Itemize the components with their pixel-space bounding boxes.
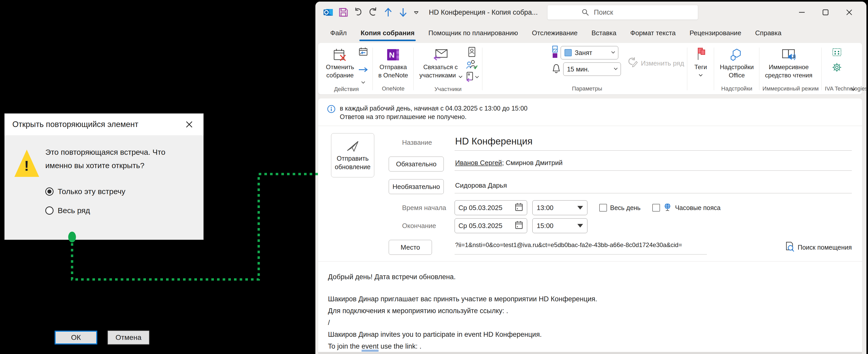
end-date-picker[interactable]: Ср 05.03.2025: [455, 218, 527, 233]
office-addins-button[interactable]: НадстройкиOffice: [717, 45, 756, 80]
iva-settings-icon[interactable]: [832, 62, 842, 74]
contact-attendees-label1: Связаться с: [423, 64, 458, 70]
radio-unselected-icon[interactable]: [45, 206, 54, 215]
required-button[interactable]: Обязательно: [389, 156, 444, 172]
dialog-message-line1: Это повторяющаяся встреча. Что: [45, 145, 193, 159]
tags-label: Теги: [694, 64, 707, 71]
room-finder-icon: [784, 241, 795, 253]
window-title: HD Конференция - Копия собра...: [429, 8, 538, 16]
group-label-onenote: OneNote: [376, 83, 410, 94]
contact-card-icon[interactable]: [467, 46, 476, 58]
dialog-message-line2: именно вы хотите открыть?: [45, 159, 193, 172]
customize-qat-icon[interactable]: [412, 11, 420, 13]
timezones-label: Часовые пояса: [675, 204, 720, 212]
optional-input[interactable]: Сидорова Дарья: [455, 180, 852, 193]
close-icon[interactable]: [183, 118, 196, 131]
response-options-icon[interactable]: [465, 72, 474, 83]
edit-series-label: Изменить ряд: [641, 59, 684, 67]
message-body[interactable]: Добрый день! Дата встречи обновлена. Шак…: [327, 261, 852, 351]
attendees-check-icon[interactable]: [466, 59, 477, 71]
tab-tracking[interactable]: Отслеживание: [525, 23, 584, 43]
room-finder-button[interactable]: Поиск помещения: [784, 241, 852, 253]
quick-access-toolbar: [322, 6, 420, 19]
end-time-row: Окончание Ср 05.03.2025: [389, 217, 852, 234]
tab-meeting-copy[interactable]: Копия собрания: [354, 23, 422, 43]
body-line: Добрый день! Дата встречи обновлена.: [328, 272, 851, 282]
move-up-icon[interactable]: [382, 6, 394, 19]
tab-scheduling-assistant[interactable]: Помощник по планированию: [422, 23, 525, 43]
maximize-icon[interactable]: [814, 4, 837, 20]
svg-text:N: N: [389, 51, 395, 59]
window-titlebar: HD Конференция - Копия собра... Поиск: [316, 2, 866, 23]
tab-format-text[interactable]: Формат текста: [623, 23, 682, 43]
group-label-iva: IVA Technologies: [825, 83, 866, 94]
tags-button[interactable]: Теги: [690, 45, 711, 76]
responses-info: Ответов на это приглашение не получено.: [340, 113, 527, 121]
office-addins-label2: Office: [729, 72, 745, 79]
forward-more-chevron-icon[interactable]: [362, 80, 365, 83]
undo-icon[interactable]: [352, 6, 365, 19]
all-day-checkbox-icon[interactable]: [599, 204, 607, 212]
send-onenote-label2: в OneNote: [378, 72, 408, 79]
all-day-checkbox[interactable]: Весь день: [599, 204, 641, 212]
cancel-button[interactable]: Отмена: [107, 330, 149, 345]
horizontal-scrollbar[interactable]: [318, 352, 862, 354]
show-as-busy-icon: [552, 45, 558, 60]
radio-only-this-meeting[interactable]: Только эту встречу: [45, 187, 193, 196]
ribbon-group-immersive: Иммерсивноесредство чтения Иммерсивный р…: [760, 45, 822, 94]
radio-whole-series[interactable]: Весь ряд: [45, 206, 193, 215]
end-time-dropdown[interactable]: 15:00: [532, 218, 587, 233]
location-button[interactable]: Место: [389, 240, 432, 255]
timezones-checkbox-icon[interactable]: [652, 204, 660, 212]
ok-button[interactable]: ОК: [55, 330, 97, 345]
tags-chevron-icon: [699, 73, 703, 76]
reminder-dropdown[interactable]: 15 мин.: [563, 63, 621, 76]
reminder-chevron-icon: [614, 66, 618, 70]
start-date-picker[interactable]: Ср 05.03.2025: [455, 200, 527, 215]
event-link[interactable]: event: [362, 343, 379, 350]
body-line6-post: use the link: .: [379, 343, 422, 350]
radio-selected-icon[interactable]: [45, 187, 54, 196]
tab-file[interactable]: Файл: [323, 23, 354, 43]
meeting-form: Отправитьобновление Название HD Конферен…: [327, 126, 852, 259]
response-options-chevron-icon[interactable]: [475, 75, 479, 78]
edit-series-icon: [626, 57, 638, 70]
contact-attendees-button[interactable]: Связаться сучастниками: [417, 45, 464, 80]
office-addins-icon: [730, 46, 744, 63]
onenote-icon: N: [386, 46, 400, 63]
respond-calendar-icon[interactable]: [358, 46, 368, 58]
show-as-dropdown[interactable]: Занят: [561, 46, 618, 59]
save-icon[interactable]: [337, 6, 349, 19]
group-label-attendees: Участники: [417, 84, 479, 94]
dialog-message: Это повторяющаяся встреча. Что именно вы…: [45, 145, 193, 172]
minimize-icon[interactable]: [790, 4, 814, 20]
search-input[interactable]: Поиск: [547, 5, 698, 20]
tab-help[interactable]: Справка: [748, 23, 788, 43]
required-input[interactable]: Иванов Сергей; Смирнов Дмитрий: [455, 157, 852, 171]
ribbon-group-attendees: Связаться сучастниками: [414, 45, 482, 94]
start-time-dropdown[interactable]: 13:00: [532, 200, 587, 215]
iva-calendar-icon[interactable]: [832, 47, 842, 58]
redo-icon[interactable]: [367, 6, 379, 19]
immersive-reader-button[interactable]: Иммерсивноесредство чтения: [763, 45, 815, 80]
send-update-button[interactable]: Отправитьобновление: [331, 133, 374, 177]
move-down-icon[interactable]: [397, 6, 409, 19]
timezones-checkbox[interactable]: Часовые пояса: [652, 202, 720, 213]
tab-review[interactable]: Рецензирование: [683, 23, 748, 43]
send-to-onenote-button[interactable]: N Отправкав OneNote: [376, 45, 410, 80]
send-update-label2: обновление: [335, 163, 371, 171]
location-input[interactable]: ?ii=1&nsti=0&co=test1@iva.ru&ct=e5db0bac…: [455, 240, 707, 254]
close-window-icon[interactable]: [837, 4, 861, 20]
optional-button[interactable]: Необязательно: [389, 179, 444, 194]
tab-insert[interactable]: Вставка: [585, 23, 623, 43]
optional-row: Необязательно Сидорова Дарья: [389, 175, 852, 198]
search-icon: [582, 8, 589, 16]
calendar-picker-icon[interactable]: [515, 202, 523, 213]
cancel-meeting-button[interactable]: Отменитьсобрание: [323, 45, 357, 80]
flag-icon: [695, 47, 706, 62]
calendar-picker-icon[interactable]: [515, 220, 523, 232]
title-input[interactable]: HD Конференция: [455, 135, 852, 151]
recipient-link[interactable]: Иванов Сергей: [455, 159, 502, 167]
forward-arrow-icon[interactable]: [358, 67, 369, 74]
show-as-value: Занят: [575, 49, 592, 57]
